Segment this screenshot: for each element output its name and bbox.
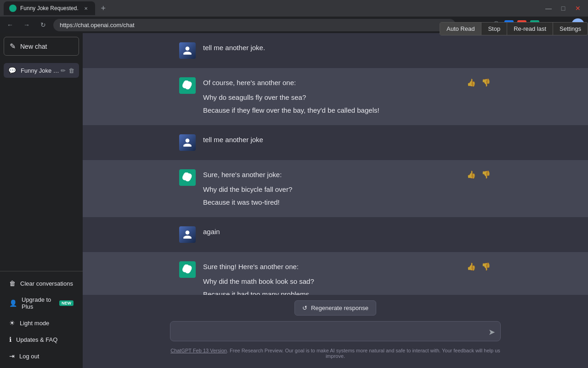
message-content: Of course, here's another one: Why do se… [203,77,492,116]
upgrade-label: Upgrade to Plus [22,296,53,310]
assistant-line1: Why did the math book look so sad? [203,276,314,287]
message-content: tell me another joke. [203,42,492,53]
user-icon: 👤 [9,299,17,307]
new-chat-label: New chat [20,43,47,50]
message-content: tell me another joke [203,134,492,145]
light-mode-button[interactable]: ☀ Light mode [4,315,79,331]
clear-conversations-label: Clear conversations [20,280,73,287]
messages-container: tell me another joke. Of course, here's … [83,33,588,295]
message-content: Sure thing! Here's another one: Why did … [203,261,492,295]
aloud-toolbar: Auto Read Stop Re-read last Settings [440,22,588,35]
user-message-text: again [203,226,492,237]
refresh-button[interactable]: ↻ [37,18,50,31]
assistant-line1: Why did the bicycle fall over? [203,184,292,195]
clear-conversations-button[interactable]: 🗑 Clear conversations [4,275,79,292]
thumbs-down-button[interactable]: 👎 [481,261,492,272]
message-content: Sure, here's another joke: Why did the b… [203,169,492,208]
delete-chat-button[interactable]: 🗑 [68,67,74,74]
message-row: Sure thing! Here's another one: Why did … [83,252,588,295]
sidebar: ✎ New chat 💬 Funny Joke Requested. ✏ 🗑 🗑… [0,33,83,368]
footer-description: . Free Research Preview. Our goal is to … [227,348,500,359]
footer-text: ChatGPT Feb 13 Version. Free Research Pr… [170,348,501,359]
assistant-intro: Sure, here's another joke: [203,169,292,180]
assistant-line2: Because it was two-tired! [203,197,292,208]
re-read-last-button[interactable]: Re-read last [507,23,553,35]
thumbs-up-button[interactable]: 👍 [466,261,477,272]
assistant-avatar [179,169,196,186]
chat-area: tell me another joke. Of course, here's … [83,33,588,368]
send-button[interactable]: ➤ [488,327,495,337]
user-message-text: tell me another joke. [203,42,492,53]
edit-chat-button[interactable]: ✏ [61,67,66,74]
user-avatar [179,226,196,243]
vote-buttons: 👍 👎 [466,77,492,88]
trash-icon: 🗑 [9,280,16,287]
url-input[interactable] [53,19,456,31]
assistant-avatar [179,77,196,94]
new-tab-button[interactable]: + [97,2,110,15]
history-item-actions: ✏ 🗑 [61,67,74,74]
assistant-line2: Because if they flew over the bay, they'… [203,105,379,116]
sidebar-bottom: 🗑 Clear conversations 👤 Upgrade to Plus … [0,271,83,368]
assistant-line2: Because it had too many problems. [203,289,314,295]
regenerate-label: Regenerate response [311,305,368,311]
upgrade-to-plus-button[interactable]: 👤 Upgrade to Plus NEW [4,292,79,315]
user-avatar [179,134,196,151]
regenerate-button[interactable]: ↺ Regenerate response [294,300,376,316]
assistant-intro: Of course, here's another one: [203,77,379,88]
forward-button[interactable]: → [20,18,33,31]
user-avatar [179,42,196,59]
tab-bar: Funny Joke Requested. ✕ + — □ ✕ [0,0,588,17]
new-badge: NEW [59,300,74,306]
tab-title: Funny Joke Requested. [20,5,79,12]
auto-read-button[interactable]: Auto Read [440,23,481,35]
message-row: tell me another joke. [83,33,588,68]
sun-icon: ☀ [9,319,15,327]
vote-buttons: 👍 👎 [466,261,492,272]
chat-history: 💬 Funny Joke Requested. ✏ 🗑 [0,59,83,271]
history-item-label: Funny Joke Requested. [21,67,61,74]
stop-button[interactable]: Stop [481,23,507,35]
thumbs-up-button[interactable]: 👍 [466,77,477,88]
new-chat-button[interactable]: ✎ New chat [4,37,79,56]
log-out-label: Log out [19,353,39,360]
thumbs-up-button[interactable]: 👍 [466,169,477,180]
message-content: again [203,226,492,237]
user-message-text: tell me another joke [203,134,492,145]
tab-favicon [9,5,17,12]
log-out-button[interactable]: ⇥ Log out [4,348,79,364]
new-chat-icon: ✎ [10,42,16,51]
message-row: tell me another joke [83,125,588,160]
history-item[interactable]: 💬 Funny Joke Requested. ✏ 🗑 [4,63,79,78]
chat-bottom: ↺ Regenerate response ➤ ChatGPT Feb 13 V… [83,295,588,368]
back-button[interactable]: ← [4,18,17,31]
footer-link[interactable]: ChatGPT Feb 13 Version [170,348,227,353]
aloud-settings-button[interactable]: Settings [553,23,588,35]
chat-icon: 💬 [8,67,16,74]
updates-faq-label: Updates & FAQ [16,336,57,343]
message-row: Sure, here's another joke: Why did the b… [83,160,588,217]
vote-buttons: 👍 👎 [466,169,492,180]
message-row: Of course, here's another one: Why do se… [83,68,588,125]
updates-faq-button[interactable]: ℹ Updates & FAQ [4,331,79,348]
tab-close-button[interactable]: ✕ [82,5,90,12]
maximize-button[interactable]: □ [557,2,570,15]
regenerate-icon: ↺ [302,305,307,311]
close-window-button[interactable]: ✕ [571,2,584,15]
thumbs-down-button[interactable]: 👎 [481,169,492,180]
info-icon: ℹ [9,336,11,343]
logout-icon: ⇥ [9,352,15,360]
thumbs-down-button[interactable]: 👎 [481,77,492,88]
input-wrapper: ➤ [170,321,501,343]
active-tab[interactable]: Funny Joke Requested. ✕ [4,1,95,15]
assistant-intro: Sure thing! Here's another one: [203,261,314,272]
sidebar-top: ✎ New chat [0,33,83,59]
minimize-button[interactable]: — [542,2,555,15]
light-mode-label: Light mode [20,320,49,327]
assistant-avatar [179,261,196,278]
assistant-line1: Why do seagulls fly over the sea? [203,92,379,103]
chat-input[interactable] [170,321,501,341]
message-row: again [83,217,588,252]
